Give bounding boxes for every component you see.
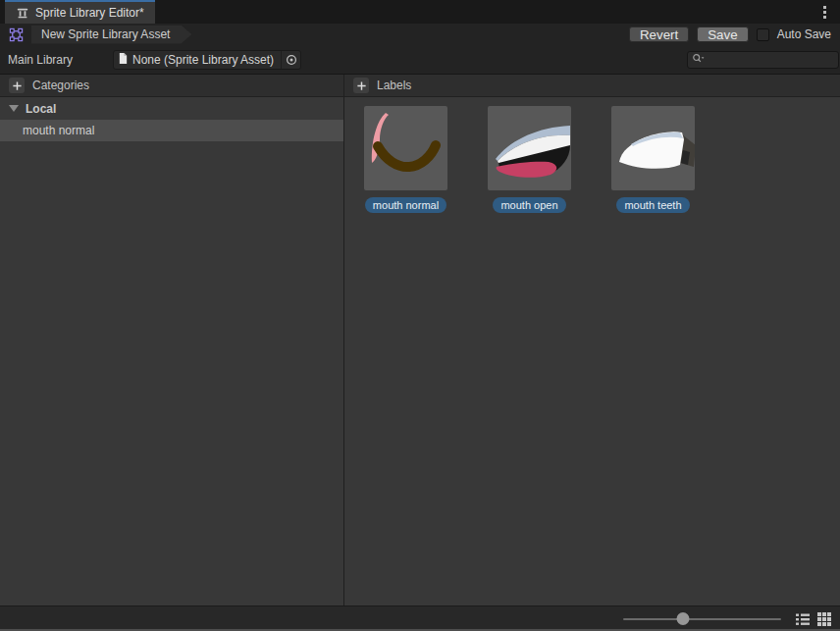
footer-bar (0, 605, 840, 631)
slider-track[interactable] (623, 618, 781, 620)
list-view-icon[interactable] (794, 610, 811, 627)
local-foldout[interactable]: Local (0, 97, 343, 120)
foldout-label: Local (26, 102, 56, 116)
categories-panel: Categories Local mouth normal (0, 75, 343, 605)
asset-file-icon (118, 52, 129, 68)
zoom-slider-knob[interactable] (677, 612, 690, 625)
main-library-value: None (Sprite Library Asset) (132, 53, 274, 67)
labels-header: Labels (344, 75, 840, 97)
sprite-asset-icon (9, 27, 24, 42)
label-pill[interactable]: mouth open (493, 197, 565, 213)
foldout-open-icon (9, 105, 19, 112)
sprite-thumbnail-mouth-open[interactable] (488, 106, 571, 190)
label-item-mouth-normal[interactable]: mouth normal (364, 106, 447, 213)
categories-header: Categories (0, 75, 343, 97)
revert-button[interactable]: Revert (629, 26, 689, 42)
auto-save-checkbox[interactable] (757, 28, 769, 41)
main-library-object-field[interactable]: None (Sprite Library Asset) (113, 50, 301, 70)
save-button[interactable]: Save (697, 26, 748, 42)
labels-grid: mouth normal mouth open (344, 97, 840, 213)
sprite-thumbnail-mouth-normal[interactable] (364, 106, 447, 190)
category-row-mouth-normal[interactable]: mouth normal (0, 120, 343, 141)
labels-title: Labels (377, 79, 411, 92)
thumbnail-zoom-slider[interactable] (623, 606, 781, 631)
editor-body: Categories Local mouth normal Labels (0, 74, 840, 605)
tab-title: Sprite Library Editor* (35, 6, 144, 20)
tab-sprite-library-editor[interactable]: Sprite Library Editor* (5, 0, 155, 24)
label-item-mouth-teeth[interactable]: mouth teeth (611, 106, 695, 213)
categories-title: Categories (32, 79, 89, 92)
breadcrumb[interactable]: New Sprite Library Asset (31, 26, 191, 44)
main-library-label: Main Library (8, 53, 113, 67)
sprite-thumbnail-mouth-teeth[interactable] (611, 106, 695, 190)
label-item-mouth-open[interactable]: mouth open (488, 106, 571, 213)
search-icon (692, 53, 705, 67)
grid-view-icon[interactable] (815, 610, 832, 627)
toolbar: New Sprite Library Asset Revert Save Aut… (0, 24, 840, 45)
search-input[interactable] (708, 53, 840, 67)
labels-panel: Labels mouth normal (344, 75, 840, 605)
search-field[interactable] (687, 51, 839, 69)
add-category-button[interactable] (9, 78, 25, 93)
sprite-library-icon (16, 6, 29, 20)
add-label-button[interactable] (353, 78, 369, 93)
auto-save-label: Auto Save (777, 27, 831, 41)
label-pill[interactable]: mouth normal (365, 197, 446, 213)
kebab-menu-icon[interactable] (820, 0, 829, 24)
main-library-row: Main Library None (Sprite Library Asset) (0, 45, 840, 74)
window-tab-bar: Sprite Library Editor* (0, 0, 840, 24)
label-pill[interactable]: mouth teeth (616, 197, 689, 213)
object-picker-icon[interactable] (281, 51, 300, 69)
